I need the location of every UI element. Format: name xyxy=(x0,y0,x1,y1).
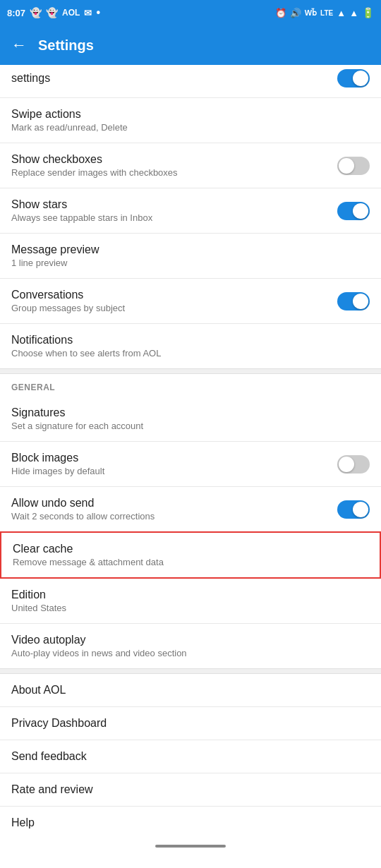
settings-item-message-preview[interactable]: Message preview 1 line preview xyxy=(0,234,381,278)
settings-item-rate-and-review[interactable]: Rate and review xyxy=(0,773,381,806)
toggle-knob xyxy=(339,158,354,174)
help-title: Help xyxy=(11,816,370,829)
settings-item-allow-undo-send[interactable]: Allow undo send Wait 2 seconds to allow … xyxy=(0,487,381,531)
status-bar: 8:07 👻 👻 AOL ✉ • ⏰ 🔊 Wb̈ LTE ▲ ▲ 🔋 xyxy=(0,0,381,25)
show-stars-title: Show stars xyxy=(11,198,337,211)
signal-bars-icon: ▲ xyxy=(337,8,346,18)
settings-item-swipe-actions[interactable]: Swipe actions Mark as read/unread, Delet… xyxy=(0,98,381,143)
general-section-label: GENERAL xyxy=(0,374,381,397)
message-preview-subtitle: 1 line preview xyxy=(11,258,370,268)
wifi-icon: Wb̈ xyxy=(305,8,317,18)
edition-title: Edition xyxy=(11,589,370,601)
signal-bars-2-icon: ▲ xyxy=(349,8,358,18)
video-autoplay-title: Video autoplay xyxy=(11,634,370,646)
show-checkboxes-toggle[interactable] xyxy=(337,157,370,175)
settings-item-edition[interactable]: Edition United States xyxy=(0,579,381,623)
clear-cache-title: Clear cache xyxy=(13,543,368,555)
volume-icon: 🔊 xyxy=(290,8,301,18)
mail-icon: ✉ xyxy=(84,8,92,18)
settings-item-partial[interactable]: settings xyxy=(0,65,381,97)
block-images-subtitle: Hide images by default xyxy=(11,466,337,476)
dot-icon: • xyxy=(96,6,100,19)
page-title: Settings xyxy=(38,37,94,54)
home-indicator xyxy=(155,845,226,848)
swipe-actions-subtitle: Mark as read/unread, Delete xyxy=(11,122,370,133)
signal-lte-icon: LTE xyxy=(320,9,333,17)
settings-content: settings Swipe actions Mark as read/unre… xyxy=(0,65,381,839)
toggle-knob xyxy=(353,502,368,517)
settings-item-help[interactable]: Help xyxy=(0,807,381,839)
alarm-icon: ⏰ xyxy=(275,8,286,18)
back-button[interactable]: ← xyxy=(11,36,27,54)
toggle-knob xyxy=(353,294,368,309)
settings-item-conversations[interactable]: Conversations Group messages by subject xyxy=(0,279,381,323)
conversations-toggle[interactable] xyxy=(337,292,370,311)
settings-item-show-checkboxes[interactable]: Show checkboxes Replace sender images wi… xyxy=(0,143,381,188)
settings-item-video-autoplay[interactable]: Video autoplay Auto-play videos in news … xyxy=(0,624,381,668)
toggle-knob xyxy=(353,203,368,219)
block-images-toggle[interactable] xyxy=(337,455,370,474)
settings-item-privacy-dashboard[interactable]: Privacy Dashboard xyxy=(0,707,381,740)
signatures-title: Signatures xyxy=(11,406,370,419)
conversations-subtitle: Group messages by subject xyxy=(11,303,337,313)
block-images-title: Block images xyxy=(11,452,337,464)
partial-title: settings xyxy=(11,72,337,85)
settings-item-notifications[interactable]: Notifications Choose when to see alerts … xyxy=(0,324,381,368)
status-time: 8:07 xyxy=(7,8,25,18)
battery-icon: 🔋 xyxy=(362,7,374,18)
show-stars-toggle[interactable] xyxy=(337,202,370,220)
toggle-knob xyxy=(339,457,354,472)
video-autoplay-subtitle: Auto-play videos in news and video secti… xyxy=(11,648,370,658)
settings-item-signatures[interactable]: Signatures Set a signature for each acco… xyxy=(0,397,381,441)
partial-toggle-on xyxy=(337,69,370,88)
privacy-dashboard-title: Privacy Dashboard xyxy=(11,717,370,730)
ghost-icon-1: 👻 xyxy=(30,7,42,18)
send-feedback-title: Send feedback xyxy=(11,750,370,763)
settings-item-about-aol[interactable]: About AOL xyxy=(0,674,381,706)
settings-item-show-stars[interactable]: Show stars Always see tappable stars in … xyxy=(0,188,381,233)
status-bar-right: ⏰ 🔊 Wb̈ LTE ▲ ▲ 🔋 xyxy=(275,7,374,18)
settings-item-clear-cache[interactable]: Clear cache Remove message & attachment … xyxy=(0,531,381,579)
conversations-title: Conversations xyxy=(11,289,337,301)
notifications-title: Notifications xyxy=(11,334,370,346)
settings-header: ← Settings xyxy=(0,25,381,65)
ghost-icon-2: 👻 xyxy=(46,7,58,18)
bottom-nav-bar xyxy=(0,839,381,856)
signatures-subtitle: Set a signature for each account xyxy=(11,421,370,431)
section-divider xyxy=(0,368,381,374)
message-preview-title: Message preview xyxy=(11,243,370,256)
bottom-section-divider xyxy=(0,668,381,674)
show-stars-subtitle: Always see tappable stars in Inbox xyxy=(11,212,337,223)
notifications-subtitle: Choose when to see alerts from AOL xyxy=(11,348,370,358)
show-checkboxes-title: Show checkboxes xyxy=(11,153,337,166)
about-aol-title: About AOL xyxy=(11,684,370,697)
settings-item-block-images[interactable]: Block images Hide images by default xyxy=(0,442,381,486)
edition-subtitle: United States xyxy=(11,603,370,613)
rate-and-review-title: Rate and review xyxy=(11,783,370,796)
allow-undo-send-toggle[interactable] xyxy=(337,500,370,519)
clear-cache-subtitle: Remove message & attachment data xyxy=(13,557,368,567)
status-bar-left: 8:07 👻 👻 AOL ✉ • xyxy=(7,6,100,19)
show-checkboxes-subtitle: Replace sender images with checkboxes xyxy=(11,167,337,178)
swipe-actions-title: Swipe actions xyxy=(11,108,370,121)
aol-label: AOL xyxy=(62,8,80,18)
allow-undo-send-title: Allow undo send xyxy=(11,497,337,510)
settings-item-send-feedback[interactable]: Send feedback xyxy=(0,740,381,773)
allow-undo-send-subtitle: Wait 2 seconds to allow corrections xyxy=(11,511,337,522)
